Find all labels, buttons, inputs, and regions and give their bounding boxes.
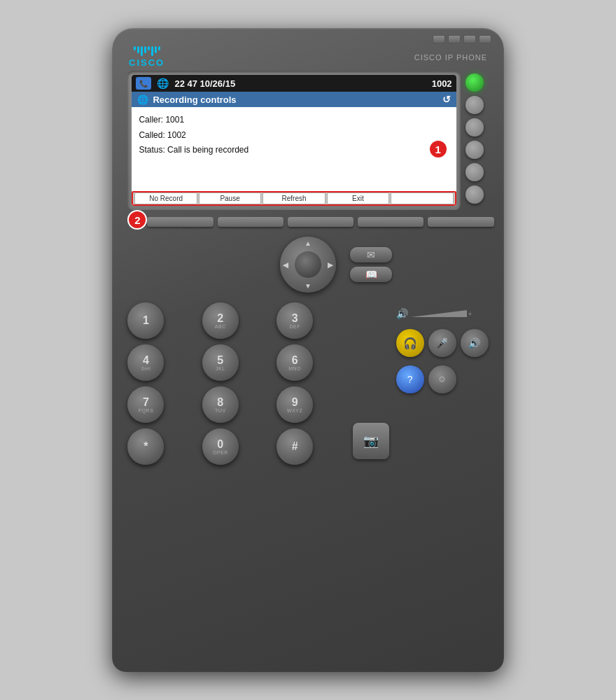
- key-4-sub: GHI: [141, 366, 150, 371]
- softkey-phys-3[interactable]: [288, 217, 354, 227]
- key-5-sub: JKL: [216, 366, 225, 371]
- line-btn-3[interactable]: [465, 141, 484, 159]
- nav-section: ▲ ▼ ◀ ▶ ✉ 📖: [127, 237, 488, 293]
- softkey-labels: No Record Pause Refresh Exit: [132, 191, 456, 206]
- line-btn-5[interactable]: [465, 186, 484, 204]
- headset-btn[interactable]: 🎧: [396, 329, 424, 357]
- logo-area: CISCO CISCO IP PHONE: [112, 43, 504, 71]
- globe-icon-2: 🌐: [137, 94, 148, 105]
- key-8-sub: TUV: [215, 408, 226, 413]
- cisco-bar-5: [148, 46, 150, 50]
- key-7[interactable]: 7 PQRS: [127, 386, 164, 423]
- screen-section: 📞 🌐 22 47 10/26/15 1002 🌐 Recording cont…: [127, 71, 488, 210]
- softkey-physical-row: [140, 217, 500, 227]
- key-9-sub: WXYZ: [287, 408, 302, 413]
- softkey-pause[interactable]: Pause: [199, 192, 261, 204]
- line-btn-green[interactable]: [465, 74, 484, 92]
- contacts-btn[interactable]: ✉: [350, 247, 392, 262]
- keypad-section: 1 2 ABC 3 DEF 4 GHI 5 JKL 6 MNO: [127, 302, 488, 465]
- window-controls: [433, 35, 491, 43]
- win-btn-1[interactable]: [433, 35, 445, 43]
- line-btn-4[interactable]: [465, 163, 484, 181]
- line-btn-2[interactable]: [465, 118, 484, 136]
- line-btn-1[interactable]: [465, 96, 484, 114]
- cisco-logo-text: CISCO: [129, 57, 164, 68]
- softkey-refresh[interactable]: Refresh: [262, 192, 325, 204]
- nav-down-icon: ▼: [304, 282, 312, 290]
- softkey-phys-5[interactable]: [428, 217, 493, 227]
- nav-cluster[interactable]: ▲ ▼ ◀ ▶: [280, 237, 336, 293]
- key-5[interactable]: 5 JKL: [202, 344, 239, 381]
- key-hash-main: #: [292, 441, 298, 452]
- key-9-main: 9: [292, 397, 298, 408]
- screen-header: 📞 🌐 22 47 10/26/15 1002: [132, 75, 456, 92]
- globe-icon: 🌐: [157, 78, 169, 89]
- softkey-phys-1[interactable]: [147, 217, 213, 227]
- mute-btn[interactable]: 🎤: [428, 329, 456, 357]
- key-2-main: 2: [217, 313, 223, 324]
- softkey-empty: [391, 192, 453, 204]
- cisco-bar-6: [151, 46, 153, 56]
- win-btn-4[interactable]: [479, 35, 491, 43]
- nav-center-btn[interactable]: [295, 251, 321, 278]
- badge-2: 2: [127, 210, 147, 230]
- func-row-2: ? ⚙: [396, 365, 489, 393]
- volume-slider-visual: [411, 310, 467, 317]
- key-8[interactable]: 8 TUV: [202, 386, 239, 423]
- key-6-sub: MNO: [288, 366, 301, 371]
- key-7-sub: PQRS: [138, 408, 153, 413]
- key-0-sub: OPER: [213, 450, 228, 455]
- key-hash[interactable]: #: [276, 428, 313, 465]
- cisco-bar-1: [134, 46, 136, 50]
- key-1[interactable]: 1: [127, 302, 164, 339]
- volume-slider-area[interactable]: +: [411, 311, 489, 316]
- key-1-main: 1: [143, 315, 149, 326]
- settings-btn[interactable]: ⚙: [428, 365, 456, 393]
- volume-area: 🔊 +: [396, 308, 489, 319]
- hold-button[interactable]: 📷: [353, 423, 389, 459]
- key-0-main: 0: [217, 439, 223, 450]
- cisco-bars: [134, 46, 160, 56]
- phone-model-label: CISCO IP PHONE: [414, 53, 487, 62]
- side-buttons: [461, 71, 489, 210]
- key-3-sub: DEF: [289, 324, 300, 329]
- cisco-bar-7: [155, 46, 157, 53]
- key-star[interactable]: *: [127, 428, 164, 465]
- screen-title: Recording controls: [153, 94, 236, 105]
- key-8-main: 8: [217, 397, 223, 408]
- nav-up-icon: ▲: [304, 239, 312, 247]
- numpad: 1 2 ABC 3 DEF 4 GHI 5 JKL 6 MNO: [127, 302, 345, 465]
- softkey-exit[interactable]: Exit: [327, 192, 389, 204]
- key-0[interactable]: 0 OPER: [202, 428, 239, 465]
- refresh-icon: ↺: [442, 94, 451, 105]
- help-btn[interactable]: ?: [396, 365, 424, 393]
- camera-icon: 📷: [363, 433, 379, 449]
- key-6[interactable]: 6 MNO: [276, 344, 313, 381]
- key-2[interactable]: 2 ABC: [202, 302, 239, 339]
- directory-btn[interactable]: 📖: [350, 267, 392, 282]
- softkey-phys-4[interactable]: [358, 217, 424, 227]
- key-4[interactable]: 4 GHI: [127, 344, 164, 381]
- speaker-btn[interactable]: 🔊: [461, 329, 489, 357]
- cisco-logo: CISCO: [129, 46, 164, 68]
- win-btn-3[interactable]: [463, 35, 476, 43]
- phone-body: CISCO CISCO IP PHONE 📞 🌐 22 47 10/26/15 …: [112, 28, 504, 672]
- key-star-main: *: [144, 441, 148, 452]
- screen-bezel: 📞 🌐 22 47 10/26/15 1002 🌐 Recording cont…: [127, 71, 460, 210]
- softkey-no-record[interactable]: No Record: [134, 192, 197, 204]
- func-row-1: 🎧 🎤 🔊: [396, 329, 489, 357]
- called-line: Called: 1002: [139, 128, 449, 144]
- screen-content: Caller: 1001 Called: 1002 Status: Call i…: [132, 107, 456, 191]
- cisco-bar-8: [158, 46, 160, 50]
- volume-icon: 🔊: [396, 308, 408, 319]
- caller-line: Caller: 1001: [139, 113, 449, 128]
- win-btn-2[interactable]: [448, 35, 461, 43]
- key-9[interactable]: 9 WXYZ: [276, 386, 313, 423]
- badge-1: 1: [428, 139, 448, 159]
- nav-right-icon: ▶: [328, 261, 333, 269]
- cisco-bar-2: [137, 46, 139, 53]
- cisco-bar-4: [144, 46, 146, 53]
- key-3[interactable]: 3 DEF: [276, 302, 313, 339]
- softkey-phys-2[interactable]: [218, 217, 284, 227]
- nav-left-icon: ◀: [283, 261, 288, 269]
